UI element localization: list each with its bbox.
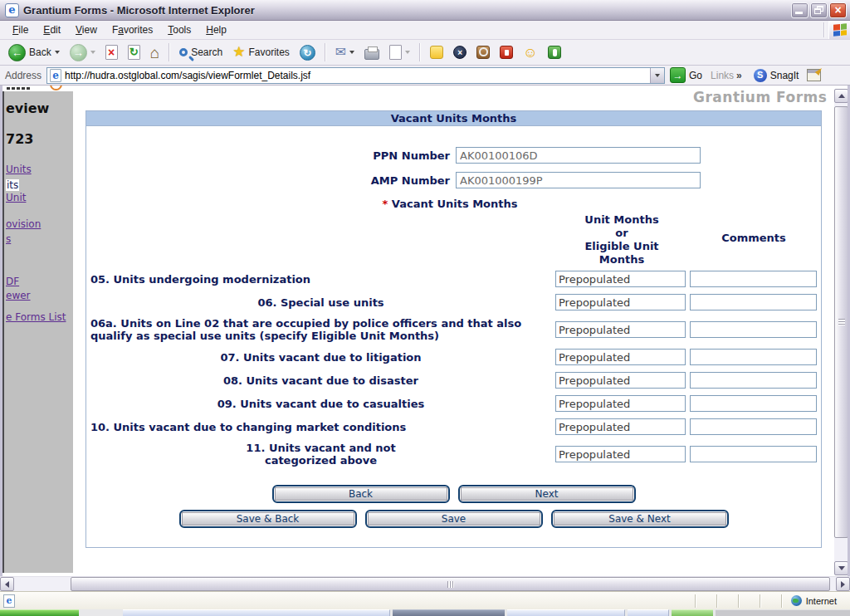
taskbar-button[interactable] xyxy=(507,609,625,616)
minimize-button[interactable] xyxy=(791,2,808,18)
horizontal-scroll-thumb[interactable] xyxy=(71,577,830,591)
discuss-button[interactable] xyxy=(427,44,447,61)
comments-input[interactable] xyxy=(690,321,817,338)
refresh-button[interactable]: ↻ xyxy=(125,43,144,61)
edit-button[interactable] xyxy=(386,43,413,61)
unit-months-input[interactable] xyxy=(555,395,686,412)
scroll-down-button[interactable] xyxy=(834,561,848,575)
snagit-capture-icon[interactable] xyxy=(807,69,821,81)
messenger-button[interactable]: ☺ xyxy=(520,44,540,61)
sidebar-link-units[interactable]: Units xyxy=(6,164,32,175)
stop-button[interactable]: × xyxy=(102,43,121,61)
sidebar-link-s[interactable]: s xyxy=(6,233,11,245)
comments-input[interactable] xyxy=(690,446,817,462)
windows-logo-button xyxy=(828,21,850,39)
research-button[interactable] xyxy=(473,44,493,61)
links-menu[interactable]: Links » xyxy=(711,70,742,81)
go-arrow-icon: → xyxy=(670,67,686,83)
section-title: * Vacant Units Months xyxy=(86,198,813,210)
table-row: 08. Units vacant due to disaster xyxy=(86,372,821,389)
mail-button[interactable]: ✉ xyxy=(332,43,358,61)
scroll-right-button[interactable] xyxy=(836,577,850,591)
chevron-down-icon xyxy=(655,74,660,77)
unit-months-column-header: Unit Months or Eligible Unit Months xyxy=(555,213,688,266)
unit-months-input[interactable] xyxy=(555,321,686,338)
row-label: 09. Units vacant due to casualties xyxy=(86,398,551,410)
unit-months-input[interactable] xyxy=(555,294,686,310)
horizontal-scrollbar[interactable] xyxy=(0,576,850,591)
menu-view[interactable]: View xyxy=(68,22,105,38)
back-form-button[interactable]: Back xyxy=(272,485,450,503)
menu-help[interactable]: Help xyxy=(198,22,234,38)
back-dropdown-icon[interactable] xyxy=(55,51,60,54)
save-and-next-button[interactable]: Save & Next xyxy=(551,510,729,528)
edit-icon xyxy=(389,45,402,60)
amp-number-input[interactable] xyxy=(456,172,701,188)
address-dropdown-button[interactable] xyxy=(650,68,664,83)
scroll-up-button[interactable] xyxy=(834,89,848,103)
back-button[interactable]: ← Back xyxy=(5,42,63,63)
taskbar-button-highlighted[interactable] xyxy=(672,609,713,616)
go-button[interactable]: → Go xyxy=(670,67,702,83)
address-url[interactable]: http://hudra.ostglobal.com/sagis/viewFor… xyxy=(65,70,310,81)
scroll-left-button[interactable] xyxy=(0,577,14,591)
comments-column-header: Comments xyxy=(688,232,819,266)
sidebar-link-pdf[interactable]: DF xyxy=(6,276,19,287)
sidebar-link-selected[interactable]: its xyxy=(6,179,19,191)
home-icon: ⌂ xyxy=(150,44,159,61)
sidebar-heading-review: eview xyxy=(6,100,49,116)
row-label: 07. Units vacant due to litigation xyxy=(86,351,551,364)
menu-file[interactable]: File xyxy=(5,22,36,38)
taskbar-tray xyxy=(716,609,850,616)
print-icon xyxy=(364,49,379,60)
address-field[interactable]: e http://hudra.ostglobal.com/sagis/viewF… xyxy=(46,67,665,84)
taskbar-button-active[interactable] xyxy=(393,609,505,616)
taskbar-button[interactable] xyxy=(123,609,390,616)
save-and-back-button[interactable]: Save & Back xyxy=(179,510,357,528)
comments-input[interactable] xyxy=(690,395,817,412)
required-asterisk: * xyxy=(382,198,388,210)
menu-tools[interactable]: Tools xyxy=(160,22,198,38)
messenger-block-button[interactable]: × xyxy=(450,44,470,61)
comments-input[interactable] xyxy=(690,271,817,287)
menu-favorites[interactable]: Favorites xyxy=(105,22,160,38)
unit-months-input-focused[interactable] xyxy=(555,446,686,462)
unit-months-input[interactable] xyxy=(555,418,686,435)
menu-edit[interactable]: Edit xyxy=(36,22,68,38)
forward-button[interactable]: → xyxy=(66,42,99,63)
home-button[interactable]: ⌂ xyxy=(147,42,163,63)
red-addon-button[interactable] xyxy=(496,44,516,61)
comments-input[interactable] xyxy=(690,294,817,310)
history-button[interactable]: ↻ xyxy=(296,43,319,62)
ie-logo-icon: e xyxy=(5,3,19,17)
favorites-button[interactable]: ★ Favorites xyxy=(229,43,293,61)
save-button[interactable]: Save xyxy=(365,510,543,528)
print-button[interactable] xyxy=(361,44,383,61)
next-form-button[interactable]: Next xyxy=(458,485,636,503)
windows-logo-icon xyxy=(833,23,847,37)
vertical-scroll-thumb[interactable] xyxy=(834,106,848,538)
sidebar-link-unit[interactable]: Unit xyxy=(6,192,26,203)
favorites-star-icon: ★ xyxy=(232,45,245,60)
comments-input[interactable] xyxy=(690,349,817,365)
search-button[interactable]: Search xyxy=(176,45,226,60)
close-button[interactable]: × xyxy=(829,2,847,18)
sidebar-link-viewer[interactable]: ewer xyxy=(6,290,31,301)
mail-dropdown-icon[interactable] xyxy=(349,51,354,54)
green-addon-button[interactable] xyxy=(545,44,564,61)
snagit-button[interactable]: S SnagIt xyxy=(754,69,822,82)
row-label: 08. Units vacant due to disaster xyxy=(86,374,551,387)
sidebar-link-provision[interactable]: ovision xyxy=(6,218,41,230)
unit-months-input[interactable] xyxy=(555,271,686,287)
restore-button[interactable] xyxy=(810,2,828,18)
ppn-number-input[interactable] xyxy=(456,147,701,164)
sidebar-link-forms-list[interactable]: e Forms List xyxy=(6,311,66,323)
comments-input[interactable] xyxy=(690,372,817,389)
comments-input[interactable] xyxy=(690,418,817,435)
start-button[interactable] xyxy=(0,609,79,616)
taskbar-button[interactable] xyxy=(628,609,669,616)
vertical-scrollbar[interactable] xyxy=(834,89,848,575)
unit-months-input[interactable] xyxy=(555,349,686,365)
edit-dropdown-icon xyxy=(405,51,410,54)
unit-months-input[interactable] xyxy=(555,372,686,389)
